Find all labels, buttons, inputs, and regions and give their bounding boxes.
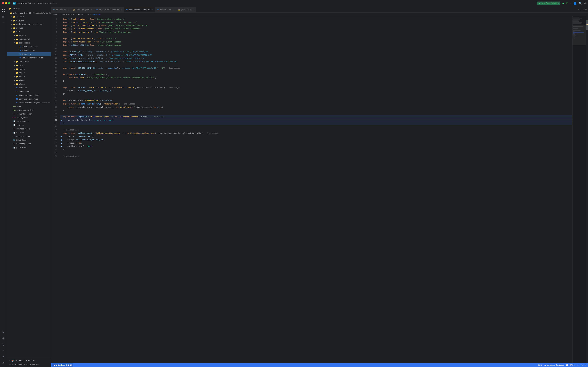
status-indent[interactable]: 2 spaces [576, 363, 587, 367]
minimap[interactable] [572, 16, 586, 363]
sidebar-item-cypress.json[interactable]: {} cypress.json [7, 127, 51, 131]
external-libraries-item[interactable]: ▶ 📚 External Libraries [7, 359, 51, 363]
breadcrumb-connectors[interactable]: connectors [78, 13, 89, 16]
gutter-icon-39[interactable]: ↺ [60, 142, 63, 145]
package-tab-close[interactable]: × [91, 9, 92, 11]
sidebar-item-theme[interactable]: ▶ 📁 theme [7, 78, 51, 82]
tab-yarn[interactable]: 🔒 yarn.lock × [176, 7, 196, 12]
connectors-tab-icon: TS [126, 9, 128, 11]
sidebar-item-.prettierrc[interactable]: 📄 .prettierrc [7, 120, 51, 123]
status-line-ending[interactable]: LF [565, 363, 569, 367]
status-language-service[interactable]: Language Services [543, 363, 565, 367]
minimap-line-7 [573, 20, 579, 21]
sidebar-item-service-worker.ts[interactable]: TS service-worker.ts [7, 97, 51, 101]
more-activity-icon[interactable]: ··· [1, 20, 6, 25]
sidebar-item-cypress[interactable]: ▶ 📁 cypress [7, 19, 51, 22]
tab-more-button[interactable]: ⋯ [578, 8, 579, 11]
line-number-25: 25 [51, 96, 57, 99]
breadcrumb-root[interactable]: interface-3.2.20 [53, 13, 70, 16]
minimize-button[interactable] [5, 2, 7, 4]
status-git-branch[interactable]: interface-3.2.20 [52, 363, 73, 367]
sidebar-item-.yarnrc[interactable]: 📄 .yarnrc [7, 123, 51, 127]
sidebar-item-node_modules[interactable]: ▶ 📁 node_modules library root [7, 22, 51, 26]
sidebar-item-tsconfig.json[interactable]: {} tsconfig.json [7, 142, 51, 146]
sidebar-item-NetworkConnector.ts[interactable]: TS NetworkConnector.ts [7, 56, 51, 60]
readme-tab-close[interactable]: × [68, 9, 69, 11]
sidebar-item-index.ts[interactable]: TS index.ts [7, 52, 51, 56]
breadcrumb-src[interactable]: src [73, 13, 76, 16]
gutter-icon-32[interactable]: ↺ [60, 119, 63, 122]
sidebar-item-fortmatic.d.ts[interactable]: TS fortmatic.d.ts [7, 45, 51, 49]
sidebar-item-src[interactable]: ▼ 📁 src [7, 30, 51, 34]
title-bar-right: ▶ interface-3.2.20 ⌄ ▶ ⧖ ⋯ 👤 🔍 ⚙ [537, 1, 586, 5]
search-top-icon[interactable]: 🔍 [579, 1, 582, 5]
sidebar-item-connectors[interactable]: ▼ 📁 connectors [7, 41, 51, 45]
git-activity-icon[interactable] [1, 342, 6, 347]
scrollbar-track[interactable] [586, 16, 588, 363]
tab-connectors[interactable]: TS connectors/index.ts × [124, 7, 155, 12]
sidebar-item-LICENSE[interactable]: 📄 LICENSE [7, 131, 51, 134]
sidebar-item-pages[interactable]: ▶ 📁 pages [7, 71, 51, 75]
close-button[interactable] [2, 2, 4, 4]
version-control-label[interactable]: Version control [38, 2, 55, 4]
tab-package[interactable]: {} package.json × [71, 7, 94, 12]
maximize-button[interactable] [8, 2, 10, 4]
todo-activity-icon[interactable] [1, 348, 6, 353]
breadcrumb-file[interactable]: index.ts [92, 13, 100, 16]
sidebar-item-assets[interactable]: ▶ 📁 assets [7, 34, 51, 37]
build-run-icon[interactable]: ▶ [562, 2, 564, 5]
more-actions-icon[interactable]: ⋯ [570, 1, 571, 5]
status-position[interactable]: 61:1 [537, 363, 543, 367]
sidebar-item-.env.production[interactable]: ENV .env.production [7, 108, 51, 112]
coverage-icon[interactable]: ⧖ [566, 2, 568, 5]
sidebar-tree[interactable]: ▼ 📂 interface-3.2.20 ~/Downloads/interfa… [7, 11, 51, 358]
sidebar-item-root[interactable]: ▼ 📂 interface-3.2.20 ~/Downloads/interfa… [7, 11, 51, 15]
settings-top-icon[interactable]: ⚙ [584, 1, 586, 5]
sidebar-item-public[interactable]: ▶ 📁 public [7, 26, 51, 30]
sidebar-item-utils[interactable]: ▶ 📁 utils [7, 82, 51, 86]
account-icon[interactable]: 👤 [573, 1, 577, 5]
connectors-tab-close[interactable]: × [152, 9, 153, 11]
scrollbar-thumb[interactable] [586, 20, 588, 30]
sidebar-item-i18n.ts[interactable]: TS i18n.ts [7, 86, 51, 90]
run-button[interactable]: ▶ interface-3.2.20 ⌄ [537, 1, 561, 5]
sidebar-item-index.tsx[interactable]: TSX index.tsx [7, 90, 51, 93]
settings-activity-icon[interactable] [1, 360, 6, 366]
split-button[interactable]: ⊞ [585, 8, 587, 11]
sidebar-item-.env[interactable]: ENV .env [7, 105, 51, 108]
sidebar-item-.gitignore[interactable]: GIT .gitignore [7, 116, 51, 120]
project-activity-icon[interactable] [1, 8, 6, 13]
sidebar-item-constants[interactable]: ▶ 📁 constants [7, 60, 51, 64]
sidebar-item-github[interactable]: ▶ 📁 .github [7, 15, 51, 19]
sidebar-item-serviceWorkerRegistration.ts[interactable]: TS serviceWorkerRegistration.ts [7, 101, 51, 105]
gutter-icon-37[interactable]: ↺ [60, 135, 63, 138]
tab-token[interactable]: TS token.d.ts × [155, 7, 176, 12]
expand-button[interactable]: ⌄ 11 [580, 8, 585, 11]
yarn-tab-close[interactable]: × [192, 9, 193, 11]
sidebar-item-hooks[interactable]: ▶ 📁 hooks [7, 67, 51, 71]
sidebar-item-Fortmatic.ts[interactable]: TS Fortmatic.ts [7, 49, 51, 52]
token-tab-close[interactable]: × [173, 9, 174, 11]
scratches-item[interactable]: ▶ ✏️ Scratches and Consoles [7, 363, 51, 366]
code-area[interactable]: import { Web3Provider } from '@etherspro… [59, 16, 572, 363]
code-line-43: // mainnet only [60, 155, 572, 158]
editor-area: M↓ README.md × {} package.json × TS cons… [51, 7, 588, 367]
sidebar-item-.eslintrc.json[interactable]: {} .eslintrc.json [7, 112, 51, 116]
sidebar-item-data[interactable]: ▶ 📁 data [7, 64, 51, 67]
sidebar-item-README.md[interactable]: MD README.md [7, 138, 51, 142]
debug-activity-icon[interactable] [1, 336, 6, 341]
sidebar-item-package.json[interactable]: {} package.json [7, 134, 51, 138]
gutter-icon-40[interactable]: ↺ [60, 145, 63, 148]
notifications-activity-icon[interactable] [1, 354, 6, 359]
run-activity-icon[interactable] [1, 330, 6, 335]
sidebar-item-react-app-env.d.ts[interactable]: TS react-app-env.d.ts [7, 93, 51, 97]
sidebar-item-components[interactable]: ▶ 📁 components [7, 37, 51, 41]
tab-constants[interactable]: TS constants/index.ts × [94, 7, 124, 12]
structure-activity-icon[interactable] [1, 14, 6, 19]
constants-tab-close[interactable]: × [121, 9, 122, 11]
gutter-icon-38[interactable]: ↺ [60, 139, 63, 141]
sidebar-item-state[interactable]: ▶ 📁 state [7, 75, 51, 78]
sidebar-item-yarn.lock[interactable]: 📄 yarn.lock [7, 146, 51, 150]
tab-readme[interactable]: M↓ README.md × [51, 7, 71, 12]
status-encoding[interactable]: UTF-8 [569, 363, 576, 367]
